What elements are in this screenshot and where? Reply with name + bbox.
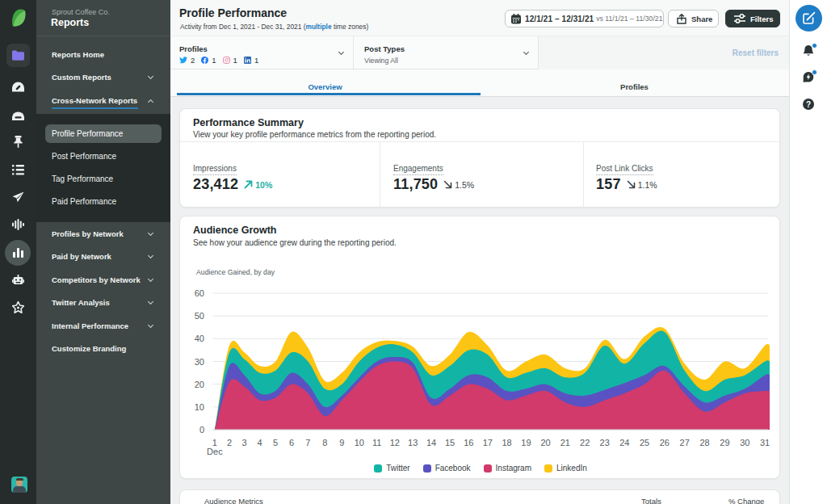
svg-text:20: 20 — [195, 380, 204, 389]
svg-text:10: 10 — [195, 402, 204, 412]
svg-text:9: 9 — [339, 438, 344, 447]
svg-text:7: 7 — [305, 438, 310, 447]
svg-text:?: ? — [806, 100, 811, 109]
svg-text:26: 26 — [660, 438, 670, 447]
svg-text:18: 18 — [502, 438, 511, 447]
svg-text:15: 15 — [445, 438, 455, 447]
svg-text:29: 29 — [720, 438, 729, 447]
svg-text:6: 6 — [289, 438, 294, 447]
svg-text:19: 19 — [521, 438, 531, 447]
svg-text:23: 23 — [600, 438, 610, 447]
svg-text:27: 27 — [680, 438, 690, 447]
svg-text:12: 12 — [390, 438, 400, 447]
svg-text:11: 11 — [372, 438, 381, 447]
svg-text:4: 4 — [258, 438, 262, 447]
svg-text:31: 31 — [760, 438, 770, 447]
svg-text:30: 30 — [195, 357, 204, 367]
svg-text:16: 16 — [464, 438, 473, 447]
svg-text:22: 22 — [580, 438, 590, 447]
svg-text:40: 40 — [195, 334, 204, 343]
svg-text:30: 30 — [740, 438, 749, 447]
svg-text:13: 13 — [408, 438, 418, 447]
svg-text:Dec: Dec — [207, 447, 223, 456]
svg-text:10: 10 — [355, 438, 364, 447]
svg-text:2: 2 — [227, 438, 232, 447]
svg-text:50: 50 — [195, 311, 204, 321]
svg-text:60: 60 — [195, 288, 204, 298]
svg-text:28: 28 — [699, 438, 709, 447]
svg-text:8: 8 — [322, 438, 327, 447]
svg-text:5: 5 — [273, 438, 278, 447]
svg-text:25: 25 — [640, 438, 649, 447]
svg-text:17: 17 — [483, 438, 493, 447]
svg-text:14: 14 — [426, 438, 436, 447]
svg-text:20: 20 — [540, 438, 550, 447]
svg-text:0: 0 — [199, 425, 204, 435]
svg-text:3: 3 — [242, 438, 247, 447]
svg-text:24: 24 — [619, 438, 629, 447]
svg-text:21: 21 — [560, 438, 570, 447]
